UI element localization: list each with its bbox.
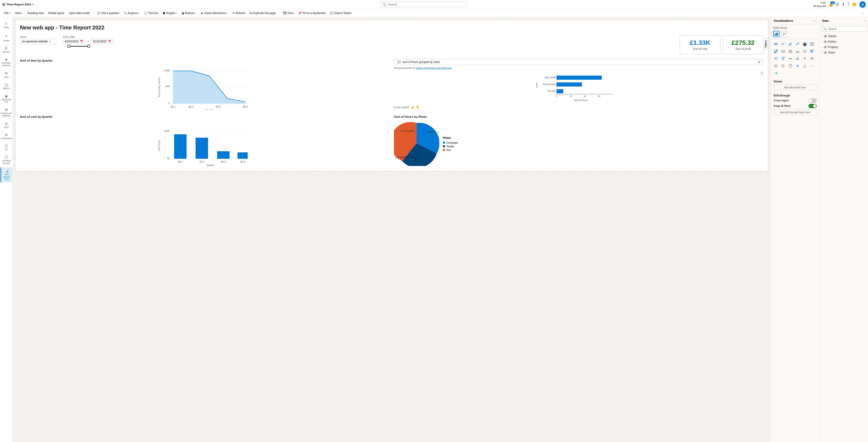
viz-icon-custom1[interactable] — [802, 63, 808, 69]
date-to-input[interactable]: 31/12/2022 📅 — [91, 39, 113, 44]
date-from-input[interactable]: 01/01/2022 📅 — [63, 39, 85, 44]
viz-icon-more[interactable]: ··· — [809, 63, 815, 69]
mobile-layout-button[interactable]: Mobile layout — [46, 11, 66, 15]
viz-icon-decomp[interactable] — [795, 56, 801, 62]
search-box[interactable]: 🔍 — [380, 2, 466, 7]
refresh-button[interactable]: ↻ Refresh — [231, 11, 247, 15]
visual-interactions-button[interactable]: ◈ Visual interactions ▾ — [199, 11, 229, 15]
data-forward-arrow[interactable]: › — [864, 19, 865, 23]
slider-track[interactable] — [67, 46, 90, 46]
viz-bar-icon[interactable] — [773, 31, 779, 37]
title-caret[interactable]: ▾ — [32, 3, 34, 6]
app-title[interactable]: ⊞ Time Report 2022 ▾ — [2, 2, 34, 6]
viz-forward-arrow[interactable]: › — [816, 19, 816, 23]
more-button[interactable]: ··· — [860, 11, 866, 15]
sidebar-item-workspaces[interactable]: ⊟ Workspaces — [0, 131, 12, 141]
chat-icon: 💬 — [97, 11, 100, 15]
viz-icon-gauge[interactable] — [795, 48, 801, 55]
clients-expand-icon: › — [822, 35, 823, 38]
help-icon[interactable]: ? — [847, 2, 849, 6]
svg-rect-46 — [776, 33, 777, 36]
viz-icon-scatter[interactable] — [795, 41, 801, 47]
reading-view-button[interactable]: Reading view — [26, 11, 45, 15]
file-menu[interactable]: File ▾ — [2, 11, 12, 15]
info-icon[interactable]: ⓘ — [761, 71, 764, 75]
qa-input[interactable]: 💬 sum of hours grouped by users ⧉ — [394, 59, 764, 65]
viz-paint-icon[interactable] — [781, 31, 787, 37]
pin-button[interactable]: 📌 Pin to a dashboard — [296, 11, 327, 15]
viz-icon-table[interactable] — [809, 41, 815, 47]
svg-text:Sum of Hours: Sum of Hours — [574, 99, 588, 101]
viz-icon-slicer[interactable] — [773, 56, 779, 62]
thumbs-down-icon[interactable]: 👎 — [416, 106, 419, 109]
teams-icon: 💬 — [330, 11, 333, 15]
view-menu[interactable]: View ▾ — [13, 11, 25, 15]
viz-icon-stackbar[interactable] — [773, 41, 779, 47]
qa-link[interactable]: Users of entrieses and total hour — [416, 67, 452, 69]
buttons-button[interactable]: ▣ Buttons ▾ — [180, 11, 198, 15]
filters-tab[interactable]: Filters — [763, 38, 768, 50]
viz-icon-narrative[interactable] — [773, 63, 779, 69]
thumbs-up-icon[interactable]: 👍 — [411, 106, 414, 109]
viz-icon-matrix[interactable] — [773, 48, 779, 55]
cross-report-toggle[interactable]: Off — [808, 98, 816, 102]
add-drill-button[interactable]: Add drill-through fields here — [774, 109, 816, 115]
avatar[interactable]: JD — [859, 1, 866, 8]
pin-icon: 📌 — [298, 11, 302, 15]
area-chart-svg: 1,000 500 0 Qtr 1 — [20, 65, 390, 110]
data-panel-body: 🔍 › ⊞ Clients › ⊞ Entries — [819, 25, 868, 442]
save-button[interactable]: 💾 Save — [281, 11, 296, 15]
keep-filters-toggle[interactable]: On — [808, 104, 816, 108]
chat-teams-button[interactable]: 💬 Chat in Teams — [328, 11, 353, 15]
viz-icon-multicard[interactable] — [787, 48, 794, 55]
viz-icon-area[interactable] — [787, 41, 794, 47]
sidebar-item-timereport[interactable]: 📊 Time Report 2022 — [0, 167, 12, 183]
explore-button[interactable]: 🔍 Explore ▾ — [122, 11, 141, 15]
settings-icon[interactable]: ⚙ — [836, 2, 839, 6]
name-dropdown[interactable]: An awesome website ▾ — [20, 39, 56, 44]
viz-back-arrow[interactable]: ‹ — [813, 19, 814, 23]
viz-icon-python[interactable]: Py — [809, 56, 815, 62]
sidebar-item-apps[interactable]: ⧉ Apps — [0, 69, 12, 80]
duplicate-button[interactable]: ⧉ Duplicate this page — [248, 11, 278, 15]
feedback-icon[interactable]: 🙂 — [852, 2, 857, 6]
sidebar-item-learn[interactable]: ◎ Learn — [0, 120, 12, 130]
sidebar-item-monitoring[interactable]: ◉ Monitoring hub — [0, 92, 12, 105]
shapes-button[interactable]: ⬟ Shapes ▾ — [161, 11, 179, 15]
viz-icon-r[interactable]: R — [802, 56, 808, 62]
textbox-button[interactable]: ⬜ Text box — [142, 11, 160, 15]
sidebar-item-deployment[interactable]: ⊞ Deployment pipelines — [0, 106, 12, 119]
qa-copy-icon[interactable]: ⧉ — [758, 60, 760, 64]
viz-icon-qa-visual[interactable]: Q — [780, 63, 786, 69]
data-tree-projects[interactable]: › ⊞ Projects — [819, 44, 868, 50]
sidebar-item-home[interactable]: ⌂ Home — [0, 19, 12, 31]
viz-icon-map[interactable] — [802, 48, 808, 55]
viz-icon-pie[interactable] — [802, 41, 808, 47]
download-icon[interactable]: ⬇ — [842, 2, 845, 6]
search-input[interactable] — [388, 3, 464, 6]
viz-icon-azure-maps[interactable] — [795, 63, 801, 69]
viz-icon-funnel[interactable] — [780, 56, 786, 62]
viz-icon-kpi[interactable]: KPI — [787, 56, 794, 62]
ask-question-button[interactable]: 💬 Ask a question — [95, 11, 121, 15]
sidebar-item-create[interactable]: ＋ Create — [0, 31, 12, 44]
add-fields-button[interactable]: Add data fields here — [774, 85, 816, 90]
viz-icon-linechart[interactable] — [780, 41, 786, 47]
data-tree-users[interactable]: › ⊞ Users — [819, 50, 868, 55]
notification-icon[interactable]: 🔔 19 — [829, 2, 833, 6]
viz-icon-paginated[interactable] — [787, 63, 794, 69]
sidebar-item-browse[interactable]: ☰ Browse — [0, 44, 12, 55]
data-tree-clients[interactable]: › ⊞ Clients — [819, 33, 868, 39]
sidebar-item-te[interactable]: 🕐 TE — [0, 142, 12, 153]
data-tree-entries[interactable]: › ⊞ Entries — [819, 39, 868, 44]
svg-rect-47 — [777, 33, 778, 36]
viz-icon-treemap[interactable] — [809, 48, 815, 55]
sidebar-item-metrics[interactable]: ◫ Metrics — [0, 81, 12, 92]
trial-info: Trial: 49 days left — [813, 1, 826, 8]
data-search-field[interactable] — [828, 27, 864, 31]
viz-icon-arrow[interactable] — [773, 70, 779, 76]
sidebar-item-timeneye[interactable]: 🕐 Timeneye live test — [0, 154, 12, 166]
sidebar-item-onelake[interactable]: ◈ OneLake data hub — [0, 56, 12, 69]
viz-icon-card[interactable]: 123 — [780, 48, 786, 55]
open-data-model-button[interactable]: Open data model — [67, 11, 91, 15]
